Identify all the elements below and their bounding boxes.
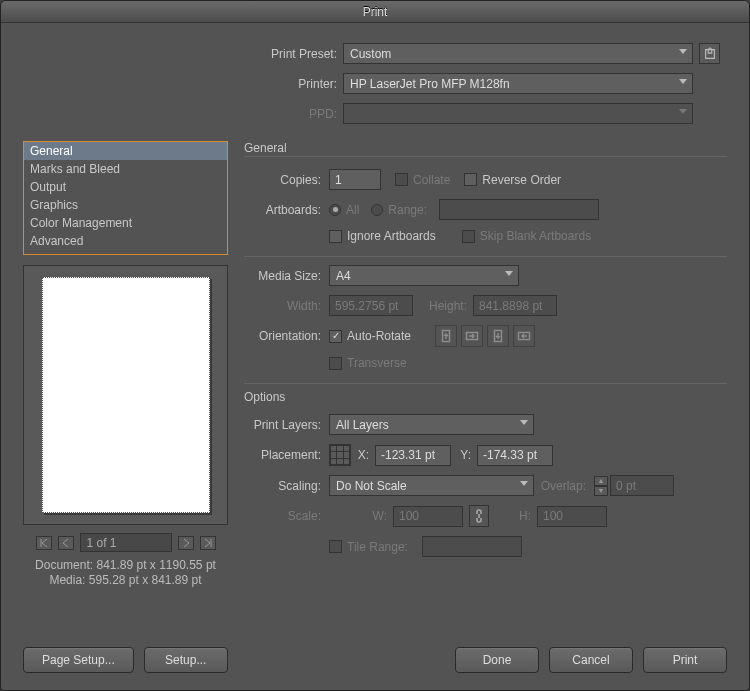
- link-wh-icon: [469, 505, 489, 527]
- reverse-order-checkbox[interactable]: Reverse Order: [464, 173, 561, 187]
- height-label: Height:: [413, 299, 473, 313]
- overlap-label: Overlap:: [534, 479, 592, 493]
- first-page-button[interactable]: [36, 536, 52, 550]
- window-title: Print: [363, 5, 388, 19]
- print-button[interactable]: Print: [643, 647, 727, 673]
- skip-blank-checkbox: Skip Blank Artboards: [462, 229, 591, 243]
- category-summary[interactable]: Summary: [24, 250, 227, 255]
- printer-dropdown[interactable]: HP LaserJet Pro MFP M128fn: [343, 73, 693, 94]
- orientation-label: Orientation:: [244, 329, 329, 343]
- done-button[interactable]: Done: [455, 647, 539, 673]
- placement-grid-icon[interactable]: [329, 444, 351, 466]
- category-marks-bleed[interactable]: Marks and Bleed: [24, 160, 227, 178]
- category-general[interactable]: General: [24, 142, 227, 160]
- y-label: Y:: [451, 448, 477, 462]
- orient-landscape-left-icon: [461, 325, 483, 347]
- artboards-range-radio: Range:: [371, 203, 427, 217]
- ignore-artboards-checkbox[interactable]: Ignore Artboards: [329, 229, 436, 243]
- scaling-dropdown[interactable]: Do Not Scale: [329, 475, 534, 496]
- last-page-button[interactable]: [200, 536, 216, 550]
- width-input: [329, 295, 413, 316]
- media-dimensions: Media: 595.28 pt x 841.89 pt: [23, 573, 228, 588]
- options-heading: Options: [244, 390, 727, 404]
- doc-dimensions: Document: 841.89 pt x 1190.55 pt: [23, 558, 228, 573]
- save-preset-icon[interactable]: [699, 43, 720, 64]
- overlap-down-button: ▼: [594, 486, 608, 496]
- y-input[interactable]: [477, 445, 553, 466]
- general-heading: General: [244, 141, 727, 157]
- orient-portrait-down-icon: [487, 325, 509, 347]
- printer-value: HP LaserJet Pro MFP M128fn: [350, 77, 510, 91]
- ppd-dropdown: [343, 103, 693, 124]
- dialog-footer: Page Setup... Setup... Done Cancel Print: [1, 630, 749, 690]
- media-size-dropdown[interactable]: A4: [329, 265, 519, 286]
- tile-range-input: [422, 536, 522, 557]
- category-color-mgmt[interactable]: Color Management: [24, 214, 227, 232]
- w-label: W:: [369, 509, 393, 523]
- header-controls: Print Preset: Custom Printer: HP LaserJe…: [243, 43, 727, 133]
- copies-input[interactable]: [329, 169, 381, 190]
- print-preset-value: Custom: [350, 47, 391, 61]
- doc-info: Document: 841.89 pt x 1190.55 pt Media: …: [23, 558, 228, 588]
- page-preview: [23, 265, 228, 525]
- category-graphics[interactable]: Graphics: [24, 196, 227, 214]
- range-input: [439, 199, 599, 220]
- scale-h-input: [537, 506, 607, 527]
- scaling-label: Scaling:: [244, 479, 329, 493]
- auto-rotate-checkbox[interactable]: Auto-Rotate: [329, 329, 411, 343]
- printer-label: Printer:: [243, 77, 343, 91]
- transverse-checkbox: Transverse: [329, 356, 407, 370]
- artboards-all-radio: All: [329, 203, 359, 217]
- cancel-button[interactable]: Cancel: [549, 647, 633, 673]
- page-indicator[interactable]: 1 of 1: [80, 533, 172, 552]
- overlap-up-button: ▲: [594, 476, 608, 486]
- scale-label: Scale:: [244, 509, 329, 523]
- titlebar: Print: [1, 1, 749, 23]
- tile-range-checkbox: Tile Range:: [329, 540, 408, 554]
- orient-landscape-right-icon: [513, 325, 535, 347]
- copies-label: Copies:: [244, 173, 329, 187]
- collate-checkbox: Collate: [395, 173, 450, 187]
- setup-button[interactable]: Setup...: [144, 647, 228, 673]
- width-label: Width:: [244, 299, 329, 313]
- orient-portrait-up-icon: [435, 325, 457, 347]
- print-preset-dropdown[interactable]: Custom: [343, 43, 693, 64]
- ppd-label: PPD:: [243, 107, 343, 121]
- print-preset-label: Print Preset:: [243, 47, 343, 61]
- print-layers-dropdown[interactable]: All Layers: [329, 414, 534, 435]
- page-setup-button[interactable]: Page Setup...: [23, 647, 134, 673]
- preview-page: [42, 277, 210, 513]
- settings-panel: General Copies: Collate Reverse Order Ar…: [244, 141, 727, 630]
- print-layers-label: Print Layers:: [244, 418, 329, 432]
- category-list[interactable]: General Marks and Bleed Output Graphics …: [23, 141, 228, 255]
- overlap-input: [610, 475, 674, 496]
- dialog-content: Print Preset: Custom Printer: HP LaserJe…: [1, 23, 749, 630]
- left-column: General Marks and Bleed Output Graphics …: [23, 141, 228, 630]
- category-output[interactable]: Output: [24, 178, 227, 196]
- height-input: [473, 295, 557, 316]
- orientation-icons: [435, 325, 535, 347]
- overlap-stepper: ▲▼: [592, 476, 608, 496]
- x-label: X:: [357, 448, 375, 462]
- scale-w-input: [393, 506, 463, 527]
- prev-page-button[interactable]: [58, 536, 74, 550]
- category-advanced[interactable]: Advanced: [24, 232, 227, 250]
- artboards-label: Artboards:: [244, 203, 329, 217]
- print-dialog: Print Print Preset: Custom Printer: HP L…: [0, 0, 750, 691]
- media-size-label: Media Size:: [244, 269, 329, 283]
- h-label: H:: [513, 509, 537, 523]
- next-page-button[interactable]: [178, 536, 194, 550]
- preview-nav: 1 of 1: [23, 533, 228, 552]
- placement-label: Placement:: [244, 448, 329, 462]
- x-input[interactable]: [375, 445, 451, 466]
